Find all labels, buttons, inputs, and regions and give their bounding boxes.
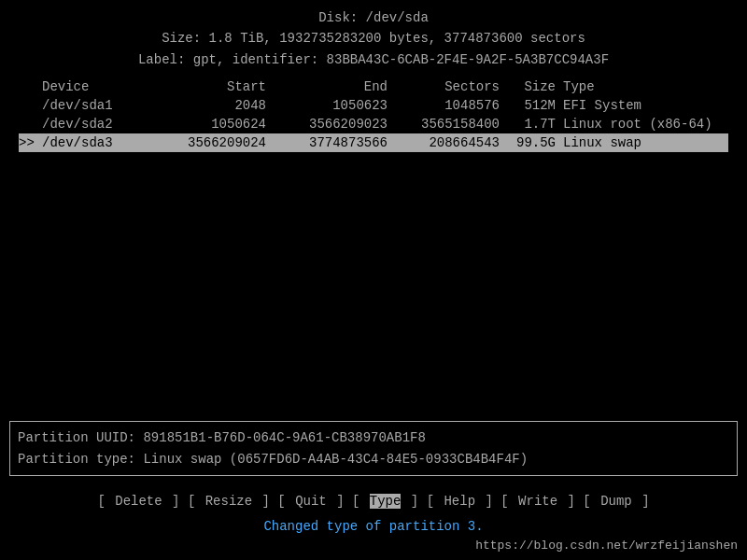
row3-end: 3774873566 bbox=[266, 135, 388, 150]
resize-button[interactable]: Resize bbox=[205, 494, 252, 509]
row1-end: 1050623 bbox=[266, 98, 388, 113]
col-size-header: Size bbox=[500, 79, 556, 94]
table-header: Device Start End Sectors Size Type bbox=[19, 77, 728, 96]
help-button[interactable]: Help bbox=[444, 494, 475, 509]
row2-size: 1.7T bbox=[500, 117, 556, 132]
status-changed-text: Changed type of partition 3. bbox=[263, 519, 483, 534]
partition-type-line: Partition type: Linux swap (0657FD6D-A4A… bbox=[18, 449, 729, 469]
btn-delete-bracket-open: [ bbox=[97, 494, 113, 509]
btn-help-bracket-open: [ bbox=[427, 494, 443, 509]
btn-quit-bracket-close: ] bbox=[329, 494, 345, 509]
url-bar: https://blog.csdn.net/wrzfeijianshen bbox=[475, 539, 738, 553]
row2-sectors: 3565158400 bbox=[388, 117, 500, 132]
row3-type: Linux swap bbox=[556, 135, 728, 150]
btn-resize-bracket-close: ] bbox=[254, 494, 270, 509]
row1-size: 512M bbox=[500, 98, 556, 113]
table-row[interactable]: /dev/sda2 1050624 3566209023 3565158400 … bbox=[19, 115, 728, 133]
row2-end: 3566209023 bbox=[266, 117, 388, 132]
quit-button[interactable]: Quit bbox=[295, 494, 327, 509]
btn-type-bracket-open: [ bbox=[352, 494, 368, 509]
partition-uuid-line: Partition UUID: 891851B1-B76D-064C-9A61-… bbox=[18, 427, 729, 448]
table-row[interactable]: /dev/sda1 2048 1050623 1048576 512M EFI … bbox=[19, 96, 728, 115]
disk-info-line2: Label: gpt, identifier: 83BBA43C-6CAB-2F… bbox=[0, 49, 747, 70]
partition-info-box: Partition UUID: 891851B1-B76D-064C-9A61-… bbox=[9, 421, 738, 476]
col-device-header: Device bbox=[42, 79, 145, 94]
status-bar: Changed type of partition 3. bbox=[0, 519, 747, 534]
btn-quit-bracket-open: [ bbox=[277, 494, 293, 509]
row3-device: /dev/sda3 bbox=[42, 135, 145, 150]
row3-start: 3566209024 bbox=[145, 135, 266, 150]
dump-button[interactable]: Dump bbox=[600, 494, 632, 509]
row3-arrow: >> bbox=[19, 135, 42, 150]
disk-title: Disk: /dev/sda bbox=[0, 7, 747, 28]
col-arrow-header bbox=[19, 79, 42, 94]
row2-arrow bbox=[19, 117, 42, 132]
col-type-header: Type bbox=[556, 79, 728, 94]
row1-arrow bbox=[19, 98, 42, 113]
btn-type-bracket-close: ] bbox=[402, 494, 418, 509]
btn-delete-bracket-close: ] bbox=[164, 494, 180, 509]
type-button[interactable]: Type bbox=[370, 494, 402, 509]
btn-write-bracket-close: ] bbox=[559, 494, 575, 509]
col-sectors-header: Sectors bbox=[388, 79, 500, 94]
btn-resize-bracket-open: [ bbox=[188, 494, 204, 509]
write-button[interactable]: Write bbox=[518, 494, 557, 509]
row2-start: 1050624 bbox=[145, 117, 266, 132]
btn-dump-bracket-open: [ bbox=[583, 494, 599, 509]
row3-sectors: 208664543 bbox=[388, 135, 500, 150]
disk-info-line1: Size: 1.8 TiB, 1932735283200 bytes, 3774… bbox=[0, 28, 747, 49]
btn-write-bracket-open: [ bbox=[500, 494, 516, 509]
screen: Disk: /dev/sda Size: 1.8 TiB, 1932735283… bbox=[0, 0, 747, 560]
row2-device: /dev/sda2 bbox=[42, 117, 145, 132]
row3-size: 99.5G bbox=[500, 135, 556, 150]
row1-start: 2048 bbox=[145, 98, 266, 113]
row1-device: /dev/sda1 bbox=[42, 98, 145, 113]
table-row-selected[interactable]: >> /dev/sda3 3566209024 3774873566 20866… bbox=[19, 133, 728, 152]
row1-type: EFI System bbox=[556, 98, 728, 113]
row2-type: Linux root (x86-64) bbox=[556, 117, 728, 132]
col-start-header: Start bbox=[145, 79, 266, 94]
col-end-header: End bbox=[266, 79, 388, 94]
toolbar: [ Delete ] [ Resize ] [ Quit ] [ Type ] … bbox=[0, 494, 747, 509]
btn-dump-bracket-close: ] bbox=[634, 494, 650, 509]
delete-button[interactable]: Delete bbox=[115, 494, 162, 509]
url-text: https://blog.csdn.net/wrzfeijianshen bbox=[475, 539, 738, 553]
partition-table: Device Start End Sectors Size Type /dev/… bbox=[0, 77, 747, 152]
disk-header: Disk: /dev/sda Size: 1.8 TiB, 1932735283… bbox=[0, 0, 747, 70]
row1-sectors: 1048576 bbox=[388, 98, 500, 113]
btn-help-bracket-close: ] bbox=[477, 494, 493, 509]
